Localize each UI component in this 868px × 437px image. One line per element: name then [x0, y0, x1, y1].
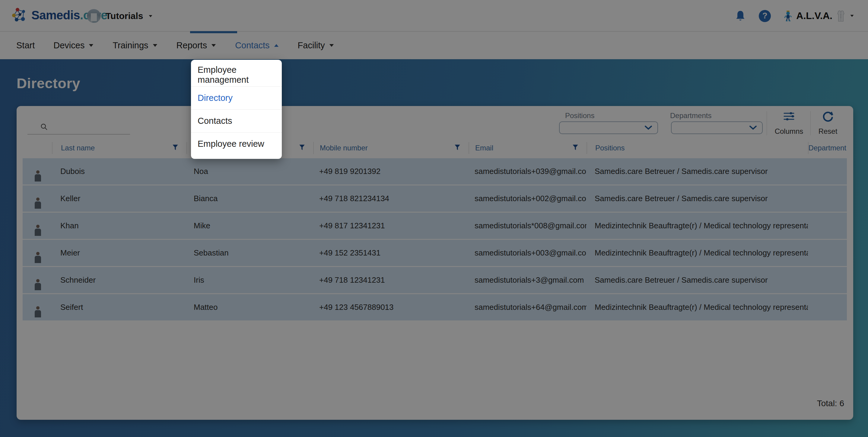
modal-backdrop[interactable] — [0, 0, 868, 437]
menu-item-employee-management[interactable]: Employee management — [191, 63, 282, 86]
menu-item-contacts[interactable]: Contacts — [191, 109, 282, 132]
app-window: Samedis.care Tutorials ? — [0, 0, 868, 437]
menu-item-employee-review[interactable]: Employee review — [191, 132, 282, 155]
contacts-dropdown-menu: Employee management Directory Contacts E… — [191, 60, 282, 159]
menu-item-directory[interactable]: Directory — [191, 86, 282, 109]
